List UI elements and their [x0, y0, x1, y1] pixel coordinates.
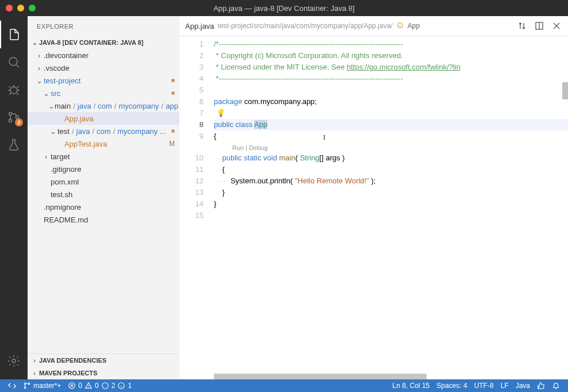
activity-bar: 2 — [0, 16, 28, 379]
bug-icon — [7, 83, 21, 97]
cursor-position[interactable]: Ln 8, Col 15 — [389, 379, 433, 392]
encoding-status[interactable]: UTF-8 — [471, 379, 497, 392]
svg-point-0 — [9, 57, 17, 66]
search-icon — [7, 55, 21, 69]
notifications-button[interactable] — [548, 379, 563, 392]
statusbar: master*+ 0 0 2 1 Ln 8, Col 15 Spaces: 4 … — [0, 379, 568, 392]
section-java-dependencies[interactable]: ›JAVA DEPENDENCIES — [28, 354, 179, 367]
thumbs-up-icon — [537, 382, 545, 390]
dirty-indicator-dot — [171, 129, 175, 133]
language-mode[interactable]: Java — [512, 379, 534, 392]
problems-indicator[interactable]: 0 0 2 1 — [64, 379, 135, 392]
dirty-indicator-dot — [171, 91, 175, 95]
codelens-run-debug[interactable]: Run | Debug — [214, 142, 568, 152]
indentation-status[interactable]: Spaces: 4 — [433, 379, 470, 392]
svg-point-3 — [9, 120, 12, 122]
svg-point-10 — [24, 387, 26, 389]
error-icon — [68, 382, 76, 390]
svg-point-1 — [10, 87, 17, 94]
section-maven-projects[interactable]: ›MAVEN PROJECTS — [28, 367, 179, 379]
remote-indicator[interactable] — [5, 379, 20, 392]
files-icon — [7, 28, 21, 41]
warning-icon — [85, 382, 93, 390]
eol-status[interactable]: LF — [497, 379, 512, 392]
git-branch-indicator[interactable]: master*+ — [20, 379, 64, 392]
code-content[interactable]: /*--------------------------------------… — [214, 36, 568, 379]
bell-icon — [552, 382, 560, 390]
tree-item-src[interactable]: ⌄src — [28, 87, 179, 99]
editor-area: App.java test-project/src/main/java/com/… — [179, 16, 568, 379]
text-cursor: I — [323, 132, 325, 143]
sidebar-footer: ›JAVA DEPENDENCIES ›MAVEN PROJECTS — [28, 353, 179, 379]
lightbulb-icon[interactable]: 💡 — [216, 109, 225, 117]
tree-item-main-path[interactable]: ⌄main/java/com/mycompany/app — [28, 99, 179, 112]
tree-item-devcontainer[interactable]: ›.devcontainer — [28, 49, 179, 62]
tree-item-vscode[interactable]: ›.vscode — [28, 62, 179, 74]
close-icon[interactable] — [552, 21, 561, 30]
explorer-sidebar: EXPLORER ⌄JAVA-8 [DEV CONTAINER: JAVA 8]… — [28, 16, 179, 379]
vertical-scrollbar[interactable] — [562, 36, 568, 379]
tree-item-test-project[interactable]: ⌄test-project — [28, 74, 179, 87]
svg-point-5 — [12, 359, 16, 363]
minimize-window-button[interactable] — [17, 5, 24, 11]
editor-actions — [517, 21, 568, 30]
beaker-icon — [7, 138, 21, 152]
dirty-indicator-dot — [171, 79, 175, 82]
svg-point-13 — [102, 383, 108, 389]
file-tree: ⌄JAVA-8 [DEV CONTAINER: JAVA 8] ›.devcon… — [28, 36, 179, 353]
window-controls — [6, 5, 36, 11]
svg-text:c: c — [399, 23, 401, 27]
compare-icon[interactable] — [517, 21, 527, 30]
close-window-button[interactable] — [6, 5, 13, 11]
horizontal-scrollbar[interactable] — [214, 374, 568, 379]
feedback-button[interactable] — [534, 379, 548, 392]
tree-item-testsh[interactable]: test.sh — [28, 188, 179, 201]
line-gutter: 123456789101112131415 — [179, 36, 214, 379]
tree-item-test-path[interactable]: ⌄test/java/com/mycompany ... — [28, 125, 179, 137]
tree-item-apptest-java[interactable]: AppTest.javaM — [28, 137, 179, 150]
tab-app-java[interactable]: App.java test-project/src/main/java/com/… — [179, 16, 425, 36]
info-icon — [117, 382, 125, 390]
tree-item-readme[interactable]: README.md — [28, 213, 179, 226]
maximize-window-button[interactable] — [29, 5, 36, 11]
activity-test[interactable] — [0, 131, 28, 159]
explorer-header: EXPLORER — [28, 16, 179, 36]
editor-tabs: App.java test-project/src/main/java/com/… — [179, 16, 568, 36]
activity-search[interactable] — [0, 48, 28, 76]
titlebar: App.java — java-8 [Dev Container: Java 8… — [0, 0, 568, 16]
class-icon: c — [396, 21, 404, 31]
code-editor[interactable]: 123456789101112131415 /*----------------… — [179, 36, 568, 379]
tree-item-target[interactable]: ›target — [28, 150, 179, 163]
scm-badge: 2 — [15, 118, 23, 126]
activity-debug[interactable] — [0, 76, 28, 103]
activity-settings[interactable] — [0, 347, 28, 375]
git-status-m: M — [169, 140, 175, 148]
split-editor-icon[interactable] — [535, 21, 544, 30]
gear-icon — [7, 354, 21, 368]
tree-item-app-java[interactable]: App.java — [28, 112, 179, 125]
activity-scm[interactable]: 2 — [0, 103, 28, 131]
branch-icon — [23, 382, 31, 390]
svg-point-9 — [24, 383, 26, 385]
window-title: App.java — java-8 [Dev Container: Java 8… — [213, 4, 355, 13]
svg-point-2 — [9, 113, 12, 116]
hint-icon — [101, 382, 109, 390]
tree-item-npmignore[interactable]: .npmignore — [28, 201, 179, 213]
remote-icon — [8, 382, 16, 390]
tree-item-gitignore[interactable]: .gitignore — [28, 163, 179, 175]
activity-explorer[interactable] — [0, 21, 28, 48]
workspace-header[interactable]: ⌄JAVA-8 [DEV CONTAINER: JAVA 8] — [28, 36, 179, 49]
tree-item-pom[interactable]: pom.xml — [28, 175, 179, 188]
